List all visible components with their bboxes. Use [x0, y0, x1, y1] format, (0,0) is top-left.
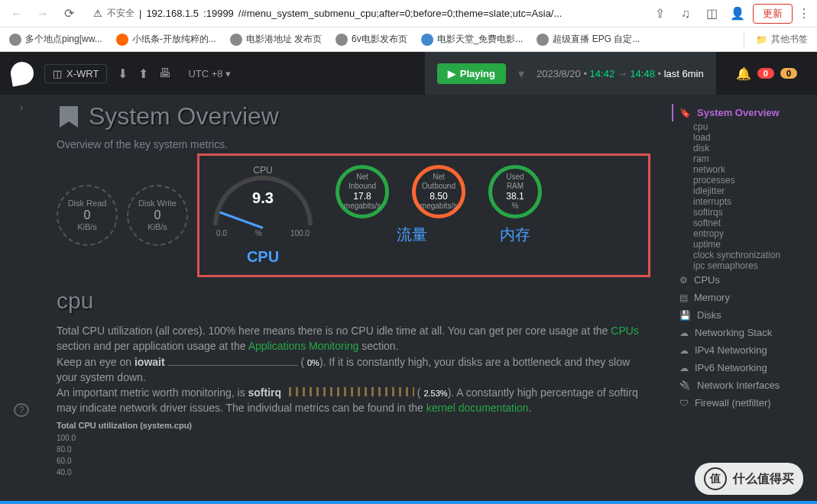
cpu-gauge-group: CPU 9.3 0.0 % 100.0 CPU — [213, 165, 313, 266]
menu-ipv6[interactable]: ☁IPv6 Networking — [672, 359, 809, 376]
side-menu: 🔖System Overview cpu load disk ram netwo… — [664, 95, 817, 504]
collapse-icon[interactable]: › — [20, 101, 24, 113]
globe-icon — [336, 34, 348, 46]
submenu-item[interactable]: network — [672, 164, 809, 175]
insecure-label: 不安全 — [107, 7, 135, 20]
bookmark-item[interactable]: 多个地点ping[ww... — [9, 33, 102, 46]
download-icon[interactable]: ⬇ — [118, 66, 128, 81]
cloud-icon: ☁ — [679, 328, 689, 338]
menu-firewall[interactable]: 🛡Firewall (netfilter) — [672, 394, 809, 412]
update-button[interactable]: 更新 — [753, 4, 793, 24]
url-bar[interactable]: ⚠ 不安全 | 192.168.1.5:19999/#menu_system_s… — [84, 3, 644, 24]
menu-icon[interactable]: ⋮ — [797, 6, 811, 21]
submenu-item[interactable]: clock synchronization — [672, 250, 809, 260]
main-content: System Overview Overview of the key syst… — [43, 95, 664, 504]
help-icon[interactable]: ? — [14, 403, 29, 417]
panel-icon[interactable]: ◫ — [701, 3, 722, 24]
play-button[interactable]: ▶ Playing — [437, 63, 506, 84]
menu-memory[interactable]: ▤Memory — [672, 289, 809, 306]
cast-icon[interactable]: ♫ — [675, 3, 696, 24]
playback-area: ▶ Playing ▾ 2023/8/20 • 14:42 → 14:48 • … — [425, 52, 716, 95]
movie-icon — [421, 34, 433, 46]
submenu-item[interactable]: load — [672, 132, 809, 143]
submenu-item[interactable]: uptime — [672, 239, 809, 250]
menu-ipv4[interactable]: ☁IPv4 Networking — [672, 341, 809, 359]
plug-icon: 🔌 — [679, 380, 691, 391]
watermark-icon: 值 — [704, 467, 727, 490]
submenu-item[interactable]: softirqs — [672, 207, 809, 218]
bookmark-item[interactable]: 超级直播 EPG 自定... — [537, 33, 640, 46]
page-subtitle: Overview of the key system metrics. — [57, 138, 650, 150]
bookmark-item[interactable]: 电影港地址 发布页 — [230, 33, 322, 46]
net-outbound-gauge[interactable]: NetOutbound8.50megabits/s 流量 — [412, 165, 465, 245]
menu-cpus[interactable]: ⚙CPUs — [672, 271, 809, 289]
cpu-gauge[interactable]: 9.3 — [213, 176, 313, 229]
fox-icon — [116, 34, 128, 46]
menu-net-stack[interactable]: ☁Networking Stack — [672, 324, 809, 341]
shield-icon: 🛡 — [679, 398, 689, 409]
globe-icon — [537, 34, 549, 46]
submenu-item[interactable]: softnet — [672, 218, 809, 228]
forward-button[interactable]: → — [32, 3, 53, 24]
bookmark-item[interactable]: 6v电影发布页 — [336, 33, 407, 46]
folder-icon: 📁 — [756, 34, 767, 45]
memory-icon: ▤ — [679, 292, 688, 303]
cloud-icon: ☁ — [679, 363, 689, 373]
menu-system-overview[interactable]: 🔖System Overview — [672, 104, 809, 121]
highlight-box: CPU 9.3 0.0 % 100.0 CPU NetInbound17.8me… — [197, 153, 650, 277]
time-range[interactable]: 2023/8/20 • 14:42 → 14:48 • last 6min — [537, 68, 704, 79]
submenu-item[interactable]: cpu — [672, 121, 809, 132]
print-icon[interactable]: 🖶 — [159, 66, 171, 80]
gauges-row: Disk Read 0 KiB/s Disk Write 0 KiB/s CPU… — [57, 153, 650, 277]
submenu-item[interactable]: entropy — [672, 228, 809, 239]
net-inbound-gauge[interactable]: NetInbound17.8megabits/s — [336, 165, 389, 218]
warning-badge[interactable]: 0 — [780, 68, 797, 79]
url-host: 192.168.1.5 — [146, 8, 199, 19]
globe-icon — [230, 34, 242, 46]
play-dropdown[interactable]: ▾ — [518, 66, 524, 81]
app-topbar: ◫ X-WRT ⬇ ⬆ 🖶 UTC +8 ▾ ▶ Playing ▾ 2023/… — [0, 52, 817, 95]
url-path: /#menu_system_submenu_cpu;after=0;before… — [238, 8, 562, 19]
bookmarks-bar: 多个地点ping[ww... 小纸条-开放纯粹的... 电影港地址 发布页 6v… — [0, 27, 817, 52]
upload-icon[interactable]: ⬆ — [138, 66, 148, 81]
watermark: 值 什么值得买 — [695, 463, 803, 495]
submenu-item[interactable]: interrupts — [672, 196, 809, 207]
bookmark-item[interactable]: 小纸条-开放纯粹的... — [116, 33, 216, 46]
submenu-item[interactable]: idlejitter — [672, 186, 809, 196]
bell-icon[interactable]: 🔔 — [736, 66, 751, 81]
insecure-icon: ⚠ — [93, 8, 102, 19]
share-icon[interactable]: ⇪ — [649, 3, 670, 24]
globe-icon — [9, 34, 21, 46]
traffic-label: 流量 — [358, 225, 465, 245]
reload-button[interactable]: ⟳ — [58, 3, 79, 24]
sparkline-iowait — [168, 357, 298, 366]
profile-icon[interactable]: 👤 — [727, 3, 748, 24]
cpu-description: Total CPU utilization (all cores). 100% … — [57, 323, 650, 416]
disk-write-gauge[interactable]: Disk Write 0 KiB/s — [127, 185, 188, 246]
netdata-logo[interactable] — [9, 60, 36, 87]
cpus-link[interactable]: CPUs — [611, 325, 639, 337]
cpu-chart[interactable]: Total CPU utilization (system.cpu) 100.0… — [57, 421, 650, 478]
alert-area: 🔔 0 0 — [727, 66, 806, 81]
timezone-selector[interactable]: UTC +8 ▾ — [182, 65, 237, 82]
submenu-item[interactable]: ram — [672, 153, 809, 164]
disk-icon: 💾 — [679, 310, 691, 321]
submenu-item[interactable]: disk — [672, 143, 809, 153]
submenu-item[interactable]: ipc semaphores — [672, 260, 809, 271]
menu-disks[interactable]: 💾Disks — [672, 306, 809, 324]
back-button[interactable]: ← — [6, 3, 28, 24]
host-selector[interactable]: ◫ X-WRT — [44, 64, 107, 83]
other-bookmarks[interactable]: 📁其他书签 — [744, 32, 808, 47]
bookmark-item[interactable]: 电影天堂_免费电影... — [421, 33, 524, 46]
critical-badge[interactable]: 0 — [757, 68, 774, 79]
apps-monitoring-link[interactable]: Applications Monitoring — [248, 340, 359, 352]
kernel-doc-link[interactable]: kernel documentation — [426, 402, 529, 414]
browser-nav-bar: ← → ⟳ ⚠ 不安全 | 192.168.1.5:19999/#menu_sy… — [0, 0, 817, 27]
menu-interfaces[interactable]: 🔌Network Interfaces — [672, 376, 809, 394]
chip-icon: ⚙ — [679, 275, 688, 286]
url-port: :19999 — [203, 8, 234, 19]
ram-label: 内存 — [488, 225, 542, 245]
disk-read-gauge[interactable]: Disk Read 0 KiB/s — [57, 185, 118, 246]
ram-gauge[interactable]: UsedRAM38.1% 内存 — [488, 165, 542, 245]
submenu-item[interactable]: processes — [672, 175, 809, 186]
